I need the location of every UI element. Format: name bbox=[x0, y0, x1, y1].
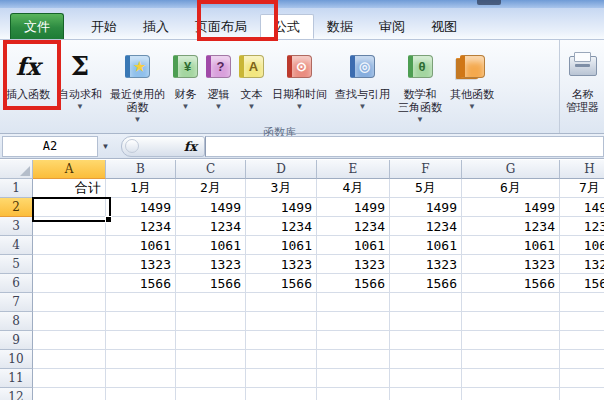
cell-A5[interactable] bbox=[33, 255, 106, 274]
cell-F4[interactable]: 1061 bbox=[390, 236, 462, 255]
cell-E11[interactable] bbox=[317, 369, 390, 388]
chevron-down-icon[interactable]: ▼ bbox=[296, 103, 304, 111]
name-box[interactable]: A2 bbox=[2, 136, 98, 157]
tab-file[interactable]: 文件 bbox=[10, 13, 64, 39]
cell-G6[interactable]: 1566 bbox=[462, 274, 560, 293]
cell-B4[interactable]: 1061 bbox=[106, 236, 176, 255]
cell-B6[interactable]: 1566 bbox=[106, 274, 176, 293]
autosum-button[interactable]: Σ自动求和▼ bbox=[54, 43, 106, 125]
column-header-E[interactable]: E bbox=[317, 160, 390, 179]
row-header-12[interactable]: 12 bbox=[0, 388, 33, 400]
chevron-down-icon[interactable]: ▼ bbox=[416, 116, 424, 124]
cell-B10[interactable] bbox=[106, 350, 176, 369]
cell-H9[interactable] bbox=[560, 331, 604, 350]
row-header-6[interactable]: 6 bbox=[0, 274, 33, 293]
cell-B3[interactable]: 1234 bbox=[106, 217, 176, 236]
date-and-time-button[interactable]: ⊙日期和时间▼ bbox=[268, 43, 331, 125]
cell-G7[interactable] bbox=[462, 293, 560, 312]
cell-B9[interactable] bbox=[106, 331, 176, 350]
chevron-down-icon[interactable]: ▼ bbox=[134, 116, 142, 124]
cell-B1[interactable]: 1月 bbox=[106, 179, 176, 198]
cell-F8[interactable] bbox=[390, 312, 462, 331]
cell-F2[interactable]: 1499 bbox=[390, 198, 462, 217]
cell-C5[interactable]: 1323 bbox=[176, 255, 246, 274]
cell-E4[interactable]: 1061 bbox=[317, 236, 390, 255]
cell-G8[interactable] bbox=[462, 312, 560, 331]
cell-E7[interactable] bbox=[317, 293, 390, 312]
chevron-down-icon[interactable]: ▼ bbox=[182, 103, 190, 111]
formula-input[interactable] bbox=[205, 136, 604, 157]
column-header-F[interactable]: F bbox=[390, 160, 462, 179]
chevron-down-icon[interactable]: ▼ bbox=[359, 103, 367, 111]
cell-G12[interactable] bbox=[462, 388, 560, 400]
chevron-down-icon[interactable]: ▼ bbox=[468, 103, 476, 111]
cell-H5[interactable]: 1323 bbox=[560, 255, 604, 274]
cell-D5[interactable]: 1323 bbox=[246, 255, 317, 274]
cell-B12[interactable] bbox=[106, 388, 176, 400]
chevron-down-icon[interactable]: ▼ bbox=[76, 103, 84, 111]
cell-F1[interactable]: 5月 bbox=[390, 179, 462, 198]
math-and-trig-button[interactable]: θ数学和三角函数▼ bbox=[394, 43, 446, 125]
row-header-2[interactable]: 2 bbox=[0, 198, 33, 217]
name-manager-button[interactable]: 名称管理器 bbox=[562, 43, 603, 116]
cell-C1[interactable]: 2月 bbox=[176, 179, 246, 198]
column-header-H[interactable]: H bbox=[560, 160, 604, 179]
cell-H8[interactable] bbox=[560, 312, 604, 331]
cell-G5[interactable]: 1323 bbox=[462, 255, 560, 274]
cell-C9[interactable] bbox=[176, 331, 246, 350]
cell-F9[interactable] bbox=[390, 331, 462, 350]
cell-C4[interactable]: 1061 bbox=[176, 236, 246, 255]
cell-H10[interactable] bbox=[560, 350, 604, 369]
text-button[interactable]: A文本▼ bbox=[235, 43, 268, 125]
cell-B7[interactable] bbox=[106, 293, 176, 312]
cell-G4[interactable]: 1061 bbox=[462, 236, 560, 255]
column-header-B[interactable]: B bbox=[106, 160, 176, 179]
row-header-11[interactable]: 11 bbox=[0, 369, 33, 388]
cell-E10[interactable] bbox=[317, 350, 390, 369]
cell-E5[interactable]: 1323 bbox=[317, 255, 390, 274]
tab-data[interactable]: 数据 bbox=[314, 14, 366, 39]
select-all-corner[interactable] bbox=[0, 160, 33, 179]
cell-A8[interactable] bbox=[33, 312, 106, 331]
lookup-and-reference-button[interactable]: ◎查找与引用▼ bbox=[331, 43, 394, 125]
cell-D1[interactable]: 3月 bbox=[246, 179, 317, 198]
cell-H1[interactable]: 7月 bbox=[560, 179, 604, 198]
row-header-10[interactable]: 10 bbox=[0, 350, 33, 369]
cell-D8[interactable] bbox=[246, 312, 317, 331]
cell-C7[interactable] bbox=[176, 293, 246, 312]
column-header-G[interactable]: G bbox=[462, 160, 560, 179]
cell-F12[interactable] bbox=[390, 388, 462, 400]
tab-home[interactable]: 开始 bbox=[78, 14, 130, 39]
tab-review[interactable]: 审阅 bbox=[366, 14, 418, 39]
cell-D11[interactable] bbox=[246, 369, 317, 388]
cell-G11[interactable] bbox=[462, 369, 560, 388]
cell-H2[interactable]: 1499 bbox=[560, 198, 604, 217]
cell-G10[interactable] bbox=[462, 350, 560, 369]
cell-F5[interactable]: 1323 bbox=[390, 255, 462, 274]
cell-E2[interactable]: 1499 bbox=[317, 198, 390, 217]
cell-F10[interactable] bbox=[390, 350, 462, 369]
tab-view[interactable]: 视图 bbox=[418, 14, 470, 39]
cell-G2[interactable]: 1499 bbox=[462, 198, 560, 217]
insert-function-button[interactable]: fx插入函数 bbox=[2, 43, 54, 125]
row-header-9[interactable]: 9 bbox=[0, 331, 33, 350]
column-header-A[interactable]: A bbox=[33, 160, 106, 179]
row-header-1[interactable]: 1 bbox=[0, 179, 33, 198]
cell-B11[interactable] bbox=[106, 369, 176, 388]
row-header-7[interactable]: 7 bbox=[0, 293, 33, 312]
tab-page-layout[interactable]: 页面布局 bbox=[182, 14, 260, 39]
cell-G9[interactable] bbox=[462, 331, 560, 350]
name-box-dropdown-icon[interactable]: ▼ bbox=[98, 137, 113, 156]
column-header-C[interactable]: C bbox=[176, 160, 246, 179]
cell-D4[interactable]: 1061 bbox=[246, 236, 317, 255]
cell-A4[interactable] bbox=[33, 236, 106, 255]
cell-H4[interactable]: 1061 bbox=[560, 236, 604, 255]
cell-A7[interactable] bbox=[33, 293, 106, 312]
tab-formulas[interactable]: 公式 bbox=[260, 14, 314, 39]
recently-used-functions-button[interactable]: ★最近使用的函数▼ bbox=[106, 43, 169, 125]
row-header-5[interactable]: 5 bbox=[0, 255, 33, 274]
cell-C10[interactable] bbox=[176, 350, 246, 369]
cell-D7[interactable] bbox=[246, 293, 317, 312]
tab-insert[interactable]: 插入 bbox=[130, 14, 182, 39]
cell-C8[interactable] bbox=[176, 312, 246, 331]
